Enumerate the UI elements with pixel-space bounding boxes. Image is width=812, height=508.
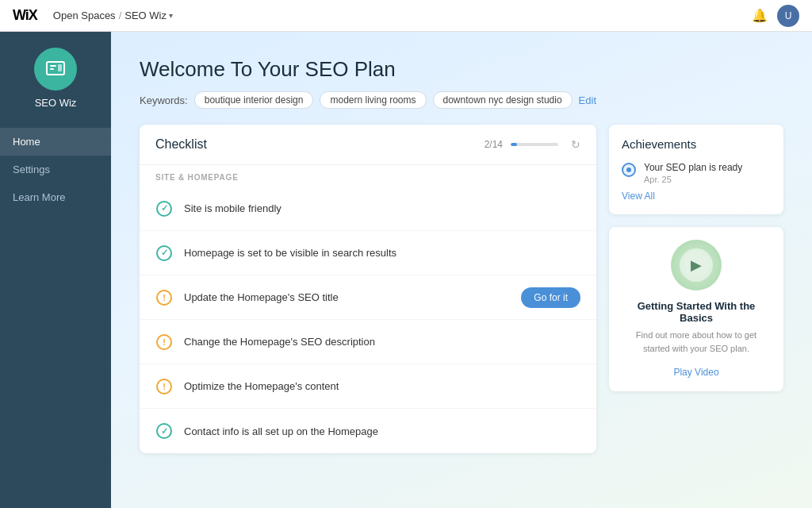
- go-for-it-button[interactable]: Go for it: [521, 287, 580, 308]
- item-status-icon-3: !: [155, 333, 173, 351]
- keyword-tag-0: boutique interior design: [194, 91, 314, 109]
- item-status-icon-5: ✓: [155, 422, 173, 440]
- item-text-2: Update the Homepage's SEO title: [184, 291, 521, 303]
- breadcrumb: Open Spaces / SEO Wiz ▾: [53, 10, 173, 21]
- achievement-date: Apr. 25: [644, 175, 771, 184]
- item-text-1: Homepage is set to be visible in search …: [184, 247, 580, 259]
- wix-logo: WiX: [13, 7, 37, 24]
- main-layout: SEO Wiz Home Settings Learn More Welcome…: [0, 32, 812, 508]
- play-icon: ▶: [691, 256, 702, 274]
- sidebar-nav: Home Settings Learn More: [0, 128, 111, 211]
- checklist-item-seo-desc: ! Change the Homepage's SEO description: [140, 320, 596, 364]
- checklist-title: Checklist: [155, 137, 485, 152]
- achievement-item-0: Your SEO plan is ready Apr. 25: [622, 162, 771, 184]
- refresh-icon[interactable]: ↻: [571, 138, 580, 151]
- svg-rect-1: [50, 65, 56, 67]
- video-description: Find out more about how to get started w…: [622, 329, 771, 355]
- item-status-icon-0: ✓: [155, 200, 173, 217]
- achievement-text: Your SEO plan is ready Apr. 25: [644, 162, 771, 184]
- two-column-layout: Checklist 2/14 ↻ SITE & HOMEPAGE ✓: [111, 125, 812, 472]
- edit-keywords-link[interactable]: Edit: [579, 94, 596, 106]
- checklist-item-optimize-content: ! Optimize the Homepage's content: [140, 364, 596, 409]
- progress-bar-fill: [511, 143, 517, 146]
- progress-bar-wrap: [511, 143, 558, 146]
- breadcrumb-open-spaces[interactable]: Open Spaces: [53, 10, 116, 21]
- play-video-link[interactable]: Play Video: [673, 367, 718, 378]
- svg-rect-2: [50, 68, 54, 70]
- keywords-row: Keywords: boutique interior design moder…: [140, 91, 783, 109]
- video-card: ▶ Getting Started With the Basics Find o…: [609, 227, 783, 391]
- checklist-item-contact-info: ✓ Contact info is all set up on the Home…: [140, 409, 596, 453]
- progress-label: 2/14: [485, 139, 503, 150]
- video-thumbnail: ▶: [671, 240, 722, 291]
- checklist-header: Checklist 2/14 ↻: [140, 125, 596, 165]
- right-column: Achievements Your SEO plan is ready Apr.…: [609, 125, 783, 453]
- chevron-down-icon: ▾: [169, 11, 173, 20]
- avatar[interactable]: U: [777, 5, 799, 27]
- breadcrumb-separator: /: [119, 10, 122, 21]
- item-text-0: Site is mobile friendly: [184, 202, 580, 214]
- page-title: Welcome To Your SEO Plan: [140, 57, 783, 82]
- content-area: Welcome To Your SEO Plan Keywords: bouti…: [111, 32, 812, 508]
- section-label: SITE & HOMEPAGE: [140, 165, 596, 187]
- checklist-card: Checklist 2/14 ↻ SITE & HOMEPAGE ✓: [140, 125, 596, 453]
- nav-right: 🔔 U: [752, 5, 799, 27]
- achievements-title: Achievements: [622, 137, 771, 151]
- item-status-icon-2: !: [155, 289, 173, 306]
- sidebar-item-settings[interactable]: Settings: [0, 156, 111, 183]
- item-text-4: Optimize the Homepage's content: [184, 380, 580, 392]
- bell-icon[interactable]: 🔔: [752, 8, 768, 23]
- item-text-3: Change the Homepage's SEO description: [184, 336, 580, 348]
- checklist-item-mobile-friendly: ✓ Site is mobile friendly: [140, 187, 596, 231]
- header-section: Welcome To Your SEO Plan Keywords: bouti…: [111, 32, 812, 125]
- top-nav: WiX Open Spaces / SEO Wiz ▾ 🔔 U: [0, 0, 812, 32]
- checklist-item-visible-search: ✓ Homepage is set to be visible in searc…: [140, 231, 596, 275]
- item-status-icon-1: ✓: [155, 244, 173, 262]
- play-button-circle[interactable]: ▶: [680, 248, 713, 282]
- keyword-tag-2: downtown nyc design studio: [433, 91, 573, 109]
- achievement-dot-icon: [622, 163, 636, 177]
- checklist-progress-area: 2/14 ↻: [485, 138, 580, 151]
- sidebar: SEO Wiz Home Settings Learn More: [0, 32, 111, 508]
- keyword-tag-1: modern living rooms: [320, 91, 426, 109]
- view-all-link[interactable]: View All: [622, 190, 771, 202]
- item-status-icon-4: !: [155, 378, 173, 395]
- video-title: Getting Started With the Basics: [622, 300, 771, 324]
- achievement-name: Your SEO plan is ready: [644, 162, 771, 173]
- breadcrumb-seo-wiz[interactable]: SEO Wiz ▾: [124, 10, 173, 21]
- sidebar-item-learn-more[interactable]: Learn More: [0, 183, 111, 211]
- item-text-5: Contact info is all set up on the Homepa…: [184, 425, 580, 437]
- keywords-label: Keywords:: [140, 94, 188, 106]
- app-icon: [34, 48, 77, 90]
- sidebar-app-name: SEO Wiz: [35, 97, 77, 109]
- checklist-item-seo-title: ! Update the Homepage's SEO title Go for…: [140, 275, 596, 320]
- sidebar-item-home[interactable]: Home: [0, 128, 111, 156]
- achievements-card: Achievements Your SEO plan is ready Apr.…: [609, 125, 783, 214]
- svg-rect-3: [58, 64, 62, 71]
